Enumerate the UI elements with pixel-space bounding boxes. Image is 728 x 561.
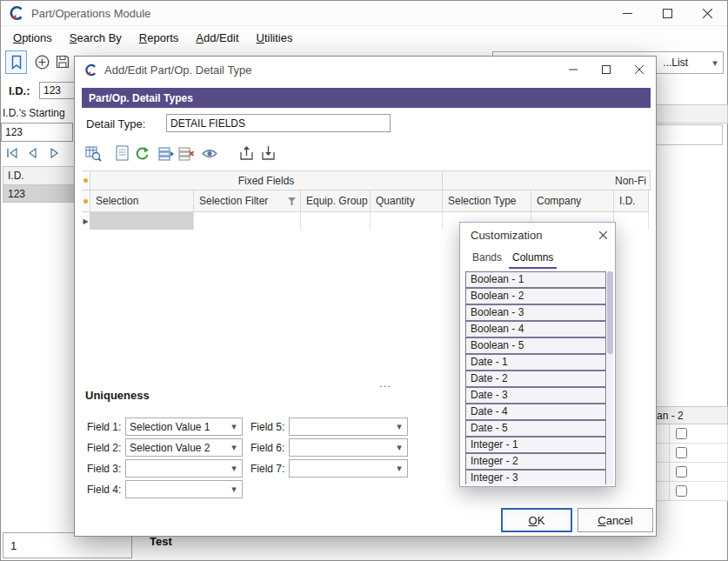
band-indicator <box>82 171 90 190</box>
cell-selection-filter[interactable] <box>194 212 301 230</box>
customization-popup: Customization Bands Columns Boolean - 1 … <box>459 222 616 487</box>
row-arrow-icon: ▶ <box>83 217 88 225</box>
list-scrollbar[interactable] <box>607 271 613 484</box>
col-id[interactable]: I.D. <box>614 190 649 212</box>
field-6-combo[interactable]: ▾ <box>289 438 408 457</box>
menu-add-edit[interactable]: Add/Edit <box>187 26 247 50</box>
cancel-button-label: Cancel <box>598 514 632 527</box>
col-quantity[interactable]: Quantity <box>371 190 443 212</box>
list-item[interactable]: Date - 2 <box>465 371 606 387</box>
chevron-down-icon: ▾ <box>226 463 242 474</box>
cell-selection[interactable] <box>90 212 194 230</box>
delete-row-icon[interactable] <box>177 144 196 163</box>
next-record-icon[interactable] <box>45 145 63 161</box>
first-record-icon[interactable] <box>3 145 21 161</box>
ok-button[interactable]: OK <box>501 508 572 532</box>
scrollbar-thumb[interactable] <box>607 271 613 354</box>
menu-reports[interactable]: Reports <box>130 26 188 50</box>
ok-button-label: OK <box>529 514 545 527</box>
band-non-fixed-fields[interactable]: Non-Fi <box>443 171 651 190</box>
row-checkbox[interactable] <box>676 447 687 458</box>
customization-close-icon[interactable] <box>596 228 610 242</box>
cell-equip-group[interactable] <box>301 212 371 230</box>
menu-utilities[interactable]: Utilities <box>248 26 302 50</box>
list-item[interactable]: Integer - 2 <box>465 453 606 470</box>
more-indicator: ... <box>379 377 391 390</box>
section-label-test: Test <box>150 535 172 548</box>
detail-type-input[interactable] <box>166 114 391 132</box>
bookmark-button[interactable] <box>5 50 27 74</box>
close-button[interactable] <box>687 1 727 25</box>
dialog-close-button[interactable] <box>623 57 656 83</box>
list-item[interactable]: Boolean - 4 <box>465 321 606 337</box>
dialog-controls <box>557 57 656 83</box>
band-fixed-fields[interactable]: Fixed Fields <box>90 171 443 190</box>
grid-search-icon[interactable] <box>83 144 103 163</box>
field-2-combo[interactable]: Selection Value 2 ▾ <box>125 438 243 457</box>
preview-document-icon[interactable] <box>112 144 131 163</box>
tab-columns[interactable]: Columns <box>509 249 557 269</box>
right-grid-col-header[interactable]: an - 2 <box>655 406 728 424</box>
cell-id[interactable] <box>614 212 649 230</box>
field-1-combo[interactable]: Selection Value 1 ▾ <box>125 417 243 436</box>
import-icon[interactable] <box>258 144 277 163</box>
previous-record-icon[interactable] <box>24 145 42 161</box>
ids-starting-input[interactable]: 123 <box>1 123 73 142</box>
row-checkbox[interactable] <box>676 466 687 478</box>
row-checkbox[interactable] <box>676 485 687 497</box>
refresh-icon[interactable] <box>132 144 151 163</box>
col-company[interactable]: Company <box>531 190 614 212</box>
cell-quantity[interactable] <box>371 212 443 230</box>
grid-band-row: Fixed Fields Non-Fi <box>82 171 651 190</box>
list-item[interactable]: Boolean - 1 <box>465 271 606 288</box>
col-selection-type[interactable]: Selection Type <box>443 190 531 212</box>
id-input[interactable] <box>39 82 76 99</box>
menu-options[interactable]: Options <box>4 26 61 50</box>
hide-column-icon[interactable] <box>200 144 219 163</box>
table-row <box>655 463 728 482</box>
menu-search-by[interactable]: Search By <box>61 26 130 50</box>
list-item[interactable]: Date - 1 <box>465 354 606 371</box>
field-3-label: Field 3: <box>87 463 121 475</box>
minimize-button[interactable] <box>607 1 647 25</box>
tab-bands[interactable]: Bands <box>469 249 505 267</box>
list-item[interactable]: Date - 4 <box>465 404 606 420</box>
list-item[interactable]: Date - 3 <box>465 387 606 404</box>
chevron-down-icon: ▾ <box>391 442 407 453</box>
row-checkbox[interactable] <box>676 428 687 439</box>
list-item[interactable]: Boolean - 5 <box>465 337 606 354</box>
maximize-button[interactable] <box>647 1 687 25</box>
add-row-icon[interactable] <box>157 144 176 163</box>
col-selection-filter[interactable]: Selection Filter <box>194 190 301 212</box>
list-item[interactable]: Integer - 3 <box>465 470 606 484</box>
save-button[interactable] <box>53 52 72 71</box>
left-grid-header[interactable]: I.D. <box>3 166 77 185</box>
field-4-combo[interactable]: ▾ <box>125 480 243 498</box>
field-1-value: Selection Value 1 <box>126 421 226 433</box>
uniqueness-label: Uniqueness <box>85 389 150 402</box>
field-5-combo[interactable]: ▾ <box>289 417 408 436</box>
dialog-minimize-button[interactable] <box>557 57 590 83</box>
add-record-button[interactable] <box>32 52 51 71</box>
list-item[interactable]: Boolean - 2 <box>465 288 606 304</box>
list-item[interactable]: Boolean - 3 <box>465 304 606 321</box>
dialog-logo-icon <box>84 63 97 77</box>
field-2-label: Field 2: <box>87 442 121 454</box>
dialog-maximize-button[interactable] <box>590 57 623 83</box>
drag-indicator-icon <box>83 178 88 183</box>
col-selection[interactable]: Selection <box>90 190 194 212</box>
list-item[interactable]: Integer - 1 <box>465 437 606 453</box>
row-indicator <box>655 482 670 500</box>
right-grid-band <box>655 104 728 124</box>
chevron-down-icon: ▾ <box>391 463 407 474</box>
left-grid-selected-row[interactable]: 123 <box>3 185 77 203</box>
field-7-combo[interactable]: ▾ <box>289 459 408 478</box>
filter-icon[interactable] <box>288 197 296 205</box>
list-item[interactable]: Date - 5 <box>465 420 606 437</box>
chevron-down-icon: ▾ <box>226 484 242 495</box>
export-icon[interactable] <box>237 144 256 163</box>
chevron-down-icon: ▾ <box>707 57 723 69</box>
cancel-button[interactable]: Cancel <box>578 508 653 532</box>
field-3-combo[interactable]: ▾ <box>125 459 243 478</box>
col-equip-group[interactable]: Equip. Group <box>301 190 371 212</box>
